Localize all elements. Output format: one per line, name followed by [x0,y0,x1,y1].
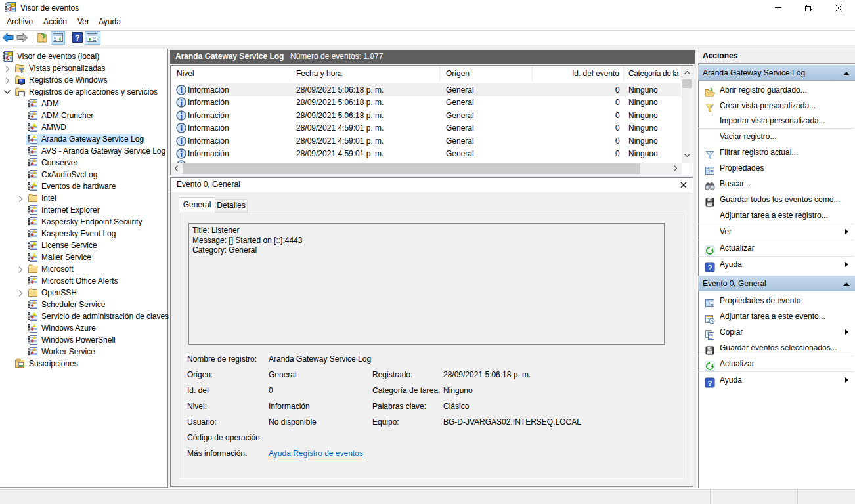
svg-text:?: ? [75,33,79,43]
